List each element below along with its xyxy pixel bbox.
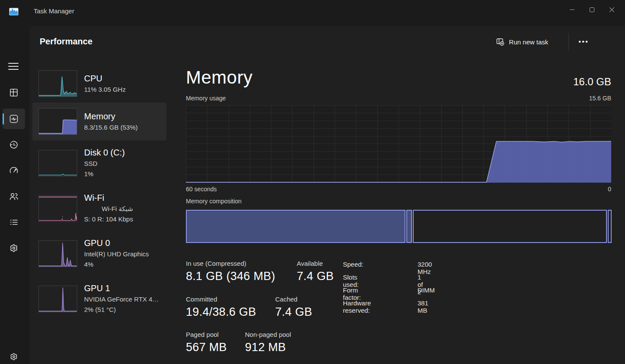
in-use-value: 8.1 GB (346 MB) bbox=[186, 270, 275, 283]
time-axis-right-label: 0 bbox=[608, 186, 611, 193]
memory-composition-segment bbox=[608, 210, 612, 243]
startup-apps-icon bbox=[9, 165, 19, 176]
committed-value: 19.4/38.6 GB bbox=[186, 305, 256, 319]
selected-accent-pill bbox=[3, 113, 4, 124]
hardware-reserved-value: 381 MB bbox=[418, 299, 428, 314]
processes-icon bbox=[9, 87, 19, 98]
slots-used-label: Slots used: bbox=[343, 274, 359, 288]
paged-pool-label: Paged pool bbox=[186, 331, 219, 338]
committed-label: Committed bbox=[186, 296, 217, 303]
sidebar-item-settings[interactable] bbox=[3, 346, 25, 364]
close-icon bbox=[609, 7, 615, 12]
memory-sparkline bbox=[38, 108, 77, 135]
perf-item-gpu0[interactable]: GPU 0 Intel(R) UHD Graphics 4% bbox=[32, 231, 166, 276]
paged-pool-value: 567 MB bbox=[186, 341, 227, 354]
sidebar-item-services[interactable] bbox=[3, 238, 25, 258]
memory-composition-segment bbox=[186, 210, 405, 243]
menu-icon[interactable] bbox=[8, 63, 19, 70]
sidebar-item-users[interactable] bbox=[3, 186, 25, 207]
task-manager-window: Task Manager bbox=[0, 0, 625, 364]
perf-item-title: CPU bbox=[84, 73, 126, 84]
gpu0-sparkline bbox=[38, 240, 77, 267]
perf-item-title: Wi-Fi bbox=[84, 192, 133, 204]
sidebar-item-startup-apps[interactable] bbox=[3, 160, 25, 181]
form-factor-value: DIMM bbox=[418, 286, 435, 294]
settings-gear-icon bbox=[9, 352, 19, 361]
speed-value: 3200 MHz bbox=[418, 261, 432, 275]
perf-item-detail: 1% bbox=[84, 169, 125, 179]
memory-usage-chart bbox=[186, 105, 611, 183]
perf-item-detail: SSD bbox=[84, 159, 125, 169]
perf-item-cpu[interactable]: CPU 11% 3.05 GHz bbox=[32, 65, 166, 103]
perf-item-title: GPU 1 bbox=[84, 283, 159, 294]
memory-composition-segment bbox=[413, 210, 607, 243]
perf-item-detail: شبكة Wi-Fi bbox=[84, 204, 133, 214]
memory-composition-label: Memory composition bbox=[186, 198, 242, 205]
perf-item-detail: NVIDIA GeForce RTX 4… bbox=[84, 294, 159, 305]
sidebar-item-processes[interactable] bbox=[3, 82, 25, 103]
perf-item-detail: 11% 3.05 GHz bbox=[84, 84, 126, 95]
perf-item-title: Memory bbox=[84, 111, 138, 122]
minimize-icon bbox=[570, 9, 575, 10]
app-title: Task Manager bbox=[34, 7, 74, 15]
cached-label: Cached bbox=[275, 296, 298, 303]
speed-label: Speed: bbox=[343, 261, 364, 268]
non-paged-pool-label: Non-paged pool bbox=[245, 331, 291, 338]
cpu-sparkline bbox=[38, 70, 77, 97]
performance-list: CPU 11% 3.05 GHz Memory 8.3/15.6 GB (53%… bbox=[32, 65, 166, 321]
users-icon bbox=[9, 191, 19, 202]
close-button[interactable] bbox=[602, 0, 622, 19]
navigation-rail bbox=[0, 26, 29, 364]
maximize-icon bbox=[590, 7, 594, 12]
app-history-icon bbox=[9, 140, 19, 150]
perf-item-disk0[interactable]: Disk 0 (C:) SSD 1% bbox=[32, 140, 166, 186]
performance-icon bbox=[9, 114, 19, 124]
perf-item-gpu1[interactable]: GPU 1 NVIDIA GeForce RTX 4… 2% (51 °C) bbox=[32, 276, 166, 321]
perf-item-title: Disk 0 (C:) bbox=[84, 147, 125, 159]
non-paged-pool-value: 912 MB bbox=[245, 341, 286, 354]
content-panel: Performance Run new task ••• bbox=[29, 26, 625, 364]
memory-usage-area bbox=[186, 141, 611, 183]
available-label: Available bbox=[297, 260, 323, 267]
gpu1-sparkline bbox=[38, 286, 77, 312]
perf-item-memory[interactable]: Memory 8.3/15.6 GB (53%) bbox=[32, 103, 166, 140]
cached-value: 7.4 GB bbox=[275, 305, 312, 319]
services-icon bbox=[9, 243, 19, 253]
sidebar-item-details[interactable] bbox=[3, 212, 25, 233]
sidebar-item-performance[interactable] bbox=[3, 109, 25, 129]
page-title: Performance bbox=[40, 37, 92, 47]
time-axis-left-label: 60 seconds bbox=[186, 186, 217, 193]
memory-usage-label: Memory usage bbox=[186, 95, 226, 102]
hardware-reserved-label: Hardware reserved: bbox=[343, 299, 371, 314]
perf-item-detail: S: 0 R: 104 Kbps bbox=[84, 214, 133, 224]
perf-item-detail: 8.3/15.6 GB (53%) bbox=[84, 122, 138, 133]
disk-sparkline bbox=[38, 150, 77, 177]
memory-composition-segment bbox=[406, 210, 412, 243]
perf-item-detail: 4% bbox=[84, 259, 149, 270]
titlebar: Task Manager bbox=[0, 0, 625, 26]
form-factor-label: Form factor: bbox=[343, 286, 361, 301]
memory-detail-pane: Memory 16.0 GB Memory usage 15.6 GB 60 s… bbox=[186, 26, 611, 364]
available-value: 7.4 GB bbox=[297, 270, 334, 283]
wifi-sparkline bbox=[38, 195, 77, 222]
minimize-button[interactable] bbox=[562, 0, 582, 19]
perf-item-detail: Intel(R) UHD Graphics bbox=[84, 249, 149, 259]
task-manager-app-icon bbox=[9, 6, 19, 17]
chart-scale-max: 15.6 GB bbox=[589, 95, 611, 102]
memory-composition-bar[interactable] bbox=[186, 210, 612, 243]
sidebar-item-app-history[interactable] bbox=[3, 134, 25, 155]
memory-pane-title: Memory bbox=[186, 67, 253, 88]
perf-item-wifi[interactable]: Wi-Fi شبكة Wi-Fi S: 0 R: 104 Kbps bbox=[32, 186, 166, 231]
memory-total-capacity: 16.0 GB bbox=[573, 76, 611, 88]
window-controls bbox=[562, 0, 622, 19]
maximize-button[interactable] bbox=[582, 0, 602, 19]
perf-item-title: GPU 0 bbox=[84, 237, 149, 249]
perf-item-detail: 2% (51 °C) bbox=[84, 305, 159, 315]
details-icon bbox=[9, 217, 19, 227]
in-use-label: In use (Compressed) bbox=[186, 260, 246, 267]
